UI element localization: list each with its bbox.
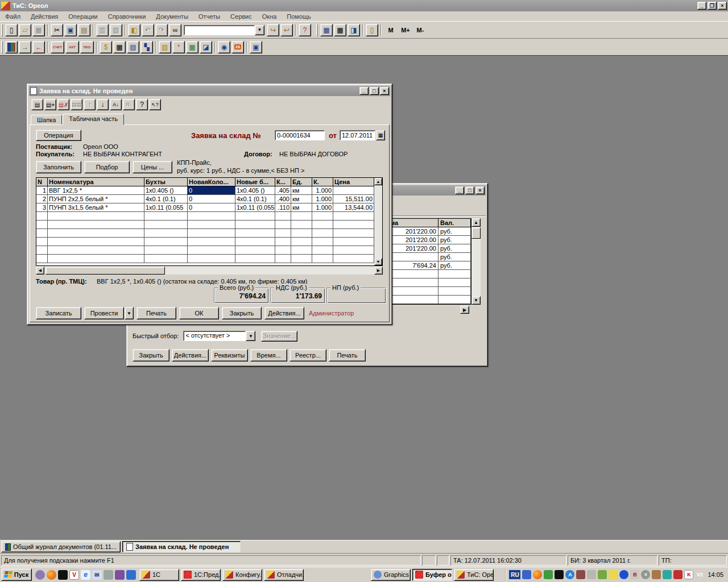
scroll-left-icon[interactable]: ◀: [36, 267, 44, 275]
post-dropdown-icon[interactable]: ▼: [125, 307, 134, 319]
quick-filter-dropdown-button[interactable]: ▼: [246, 331, 255, 341]
tray-network-icon[interactable]: [673, 570, 682, 579]
column-n[interactable]: N: [36, 178, 48, 186]
value-button[interactable]: Значение...: [261, 331, 297, 342]
calendar-icon[interactable]: 26: [231, 41, 244, 53]
cut-icon[interactable]: ✂: [51, 24, 63, 36]
netmeeting-icon[interactable]: [35, 570, 45, 580]
menu-operations[interactable]: Операции: [63, 12, 102, 21]
ie-icon[interactable]: e: [81, 570, 90, 580]
close-button[interactable]: ×: [475, 186, 485, 194]
scroll-right-icon[interactable]: ▶: [460, 306, 469, 314]
find-prev-icon[interactable]: ↩: [280, 24, 293, 36]
restore-button[interactable]: ❐: [708, 2, 717, 10]
column-coils[interactable]: Бухты: [144, 178, 188, 186]
toolbar-grip[interactable]: [1, 24, 3, 36]
invoice-button[interactable]: СЧЕТ: [51, 41, 64, 53]
memory-recall-button[interactable]: M: [384, 24, 398, 36]
messenger-icon[interactable]: [126, 570, 136, 580]
toolbar-grip[interactable]: [316, 24, 318, 36]
tray-firefox-icon[interactable]: [522, 570, 531, 579]
prices-button[interactable]: Цены ...: [133, 161, 172, 173]
undo-icon[interactable]: ↶: [142, 24, 154, 36]
column-k2[interactable]: К.: [312, 178, 333, 186]
time-button[interactable]: Время...: [250, 349, 287, 361]
task-configurator[interactable]: Конфигу...: [222, 569, 262, 581]
task-clipboard[interactable]: Буфер о...: [412, 569, 452, 581]
doc-date-input[interactable]: [340, 130, 375, 140]
item-row[interactable]: 1ВВГ 1х2,5 * 1х0.405 ()0 1х0.405 ().405 …: [36, 186, 382, 195]
task-tis-oreol[interactable]: ТиС: Ореол: [454, 569, 494, 581]
calculator-icon[interactable]: ▦: [320, 24, 333, 36]
scroll-right-icon[interactable]: ▶: [374, 267, 383, 275]
menu-reports[interactable]: Отчеты: [193, 12, 225, 21]
find-next-icon[interactable]: ↪: [267, 24, 279, 36]
actions-button[interactable]: Действия...: [172, 349, 209, 361]
spine-icon[interactable]: *: [172, 41, 185, 53]
window-tab-journal[interactable]: Общий журнал документов (01.11...: [1, 541, 121, 552]
globe-icon[interactable]: ◉: [218, 41, 230, 53]
tray-update-icon[interactable]: [555, 570, 564, 579]
registry-button[interactable]: Реестр...: [289, 349, 326, 361]
tray-bluetooth-icon[interactable]: B: [630, 570, 639, 579]
add-line-icon[interactable]: ▤+: [44, 99, 56, 110]
scroll-up-icon[interactable]: ▲: [374, 178, 382, 185]
menu-file[interactable]: Файл: [0, 12, 26, 21]
menu-service[interactable]: Сервис: [225, 12, 257, 21]
minimize-button[interactable]: _: [359, 87, 369, 95]
copy-line-icon[interactable]: ▤▤: [71, 99, 82, 110]
memory-subtract-button[interactable]: M-: [413, 24, 427, 36]
description-icon[interactable]: ▯: [366, 24, 378, 36]
memory-add-button[interactable]: M+: [399, 24, 412, 36]
close-button[interactable]: ×: [718, 2, 727, 10]
find-dropdown-button[interactable]: ▼: [255, 25, 264, 35]
menu-documents[interactable]: Документы: [151, 12, 193, 21]
act-button[interactable]: АКТ: [65, 41, 79, 53]
post-button[interactable]: Провести: [84, 307, 124, 319]
sort-asc-icon[interactable]: А↓: [110, 99, 122, 110]
tray-server-icon[interactable]: [587, 570, 596, 579]
column-nomenclature[interactable]: Номенклатура: [48, 178, 144, 186]
find-input[interactable]: [184, 25, 255, 35]
context-help-icon[interactable]: ↖?: [149, 99, 161, 110]
scroll-thumb[interactable]: [46, 267, 165, 275]
menu-help[interactable]: Помощь: [282, 12, 316, 21]
goods-box-icon[interactable]: ▧: [159, 41, 171, 53]
calendar-picker-icon[interactable]: ▦: [376, 130, 385, 140]
language-indicator[interactable]: RU: [509, 570, 520, 579]
column-new-coils[interactable]: НоваяКоло...: [188, 178, 235, 186]
delete-line-icon[interactable]: ▤✗: [57, 99, 69, 110]
close-doc-button[interactable]: Закрыть: [222, 307, 262, 319]
details-button[interactable]: Реквизиты: [211, 349, 248, 361]
save-button[interactable]: Записать: [36, 307, 81, 319]
move-down-icon[interactable]: ↓: [97, 99, 109, 110]
price-table-icon[interactable]: ▦: [186, 41, 198, 53]
print-button[interactable]: Печать: [136, 307, 176, 319]
tray-avz-icon[interactable]: A: [565, 570, 574, 579]
maximize-button[interactable]: □: [370, 87, 379, 95]
menu-references[interactable]: Справочники: [103, 12, 151, 21]
tray-save-icon[interactable]: [533, 570, 542, 579]
items-vscrollbar[interactable]: ▲ ▼: [374, 178, 382, 265]
help-icon[interactable]: ?: [136, 99, 148, 110]
redo-icon[interactable]: ↷: [155, 24, 168, 36]
tray-punto-icon[interactable]: [576, 570, 585, 579]
outlook-express-icon[interactable]: ✉: [92, 570, 102, 580]
tab-header[interactable]: Шапка: [31, 115, 62, 125]
task-1c[interactable]: 1С: [139, 569, 179, 581]
thebat-icon[interactable]: [58, 570, 68, 580]
paste-icon[interactable]: ▤: [78, 24, 90, 36]
tray-printer-icon[interactable]: [598, 570, 607, 579]
save-icon[interactable]: ▦: [32, 24, 45, 36]
window-tab-request[interactable]: Заявка на склад. Не проведен: [122, 541, 241, 552]
help-icon[interactable]: ?: [299, 24, 311, 36]
exit-icon[interactable]: ◧: [128, 24, 140, 36]
v2-icon[interactable]: V: [69, 570, 79, 580]
ok-button[interactable]: ОК: [179, 307, 219, 319]
workstation-icon[interactable]: ▣: [250, 41, 262, 53]
media-icon[interactable]: [104, 570, 113, 580]
scroll-down-icon[interactable]: ▼: [471, 296, 481, 305]
copy-icon[interactable]: ▣: [64, 24, 77, 36]
column-new-b[interactable]: Новые б...: [235, 178, 275, 186]
incoming-doc-icon[interactable]: →: [19, 41, 31, 53]
